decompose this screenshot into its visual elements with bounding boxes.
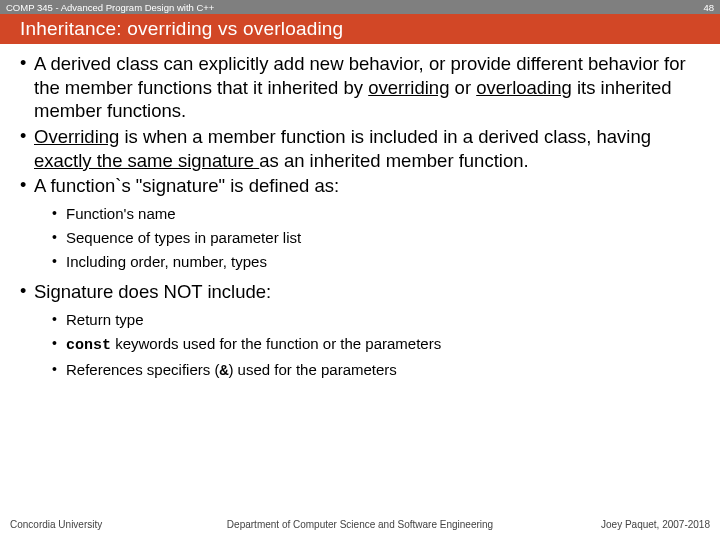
footer-left: Concordia University — [10, 519, 102, 530]
underlined-text: overriding — [368, 77, 449, 98]
footer-center: Department of Computer Science and Softw… — [227, 519, 493, 530]
footer-right: Joey Paquet, 2007-2018 — [601, 519, 710, 530]
sub-bullet-item: const keywords used for the function or … — [52, 332, 704, 358]
slide-body: A derived class can explicitly add new b… — [0, 44, 720, 384]
title-bar: Inheritance: overriding vs overloading — [0, 14, 720, 44]
bullet-item: A derived class can explicitly add new b… — [20, 52, 704, 123]
text: as an inherited member function. — [259, 150, 528, 171]
code-text: const — [66, 337, 111, 354]
slide: COMP 345 - Advanced Program Design with … — [0, 0, 720, 540]
text: Signature does NOT include: — [34, 281, 271, 302]
sub-bullet-item: Sequence of types in parameter list — [52, 226, 704, 250]
text: or — [449, 77, 476, 98]
text: Including order, number, types — [66, 253, 267, 270]
sub-bullet-item: Function's name — [52, 202, 704, 226]
underlined-text: overloading — [476, 77, 572, 98]
text: Function's name — [66, 205, 176, 222]
text: is when a member function is included in… — [119, 126, 651, 147]
text: A function`s "signature" is defined as: — [34, 175, 339, 196]
sub-bullet-item: References specifiers (&) used for the p… — [52, 358, 704, 384]
underlined-text: exactly the same signature — [34, 150, 259, 171]
sub-bullet-item: Including order, number, types — [52, 250, 704, 274]
footer: Concordia University Department of Compu… — [0, 514, 720, 540]
sub-bullet-list: Function's name Sequence of types in par… — [52, 202, 704, 274]
bullet-item: Signature does NOT include: Return type … — [20, 280, 704, 384]
course-code: COMP 345 - Advanced Program Design with … — [6, 2, 214, 13]
bullet-item: Overriding is when a member function is … — [20, 125, 704, 172]
text: Sequence of types in parameter list — [66, 229, 301, 246]
bullet-item: A function`s "signature" is defined as: … — [20, 174, 704, 274]
sub-bullet-list: Return type const keywords used for the … — [52, 308, 704, 384]
sub-bullet-item: Return type — [52, 308, 704, 332]
bullet-list: A derived class can explicitly add new b… — [20, 52, 704, 384]
page-number: 48 — [703, 2, 714, 13]
text: keywords used for the function or the pa… — [111, 335, 441, 352]
underlined-text: Overriding — [34, 126, 119, 147]
text: Return type — [66, 311, 144, 328]
slide-title: Inheritance: overriding vs overloading — [20, 18, 343, 40]
text: References specifiers ( — [66, 361, 219, 378]
text: ) used for the parameters — [228, 361, 396, 378]
top-bar: COMP 345 - Advanced Program Design with … — [0, 0, 720, 14]
